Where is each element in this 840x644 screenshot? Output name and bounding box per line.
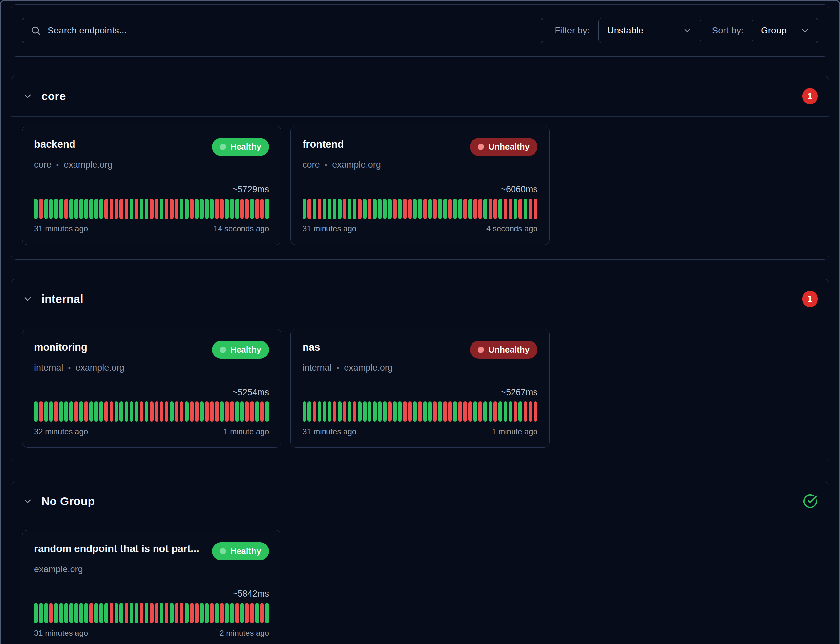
history-bar-up[interactable]	[474, 401, 477, 422]
history-bar-down[interactable]	[403, 401, 407, 422]
history-bar-down[interactable]	[175, 401, 179, 422]
endpoint-card[interactable]: nas Unhealthy internal • example.org ~52…	[290, 329, 550, 448]
history-bar-up[interactable]	[200, 603, 203, 623]
history-bar-up[interactable]	[225, 199, 229, 219]
history-bar-up[interactable]	[130, 603, 133, 623]
history-bar-down[interactable]	[260, 401, 264, 422]
history-bar-up[interactable]	[145, 603, 148, 623]
endpoint-card[interactable]: monitoring Healthy internal • example.or…	[22, 329, 281, 448]
history-bar-down[interactable]	[195, 401, 199, 422]
history-bar-down[interactable]	[165, 199, 168, 219]
history-bar-up[interactable]	[185, 603, 188, 623]
history-bar-down[interactable]	[358, 199, 361, 219]
history-bar-down[interactable]	[528, 199, 532, 219]
endpoint-card[interactable]: frontend Unhealthy core • example.org ~6…	[290, 126, 550, 245]
history-bar-down[interactable]	[165, 603, 168, 623]
history-bar-down[interactable]	[120, 199, 123, 219]
history-bar-up[interactable]	[250, 199, 254, 219]
history-bar-up[interactable]	[59, 401, 63, 422]
history-bar-up[interactable]	[353, 199, 356, 219]
history-bar-up[interactable]	[302, 401, 306, 422]
history-bar-up[interactable]	[499, 199, 502, 219]
history-bar-down[interactable]	[423, 199, 427, 219]
group-header[interactable]: No Group	[11, 482, 829, 521]
history-bar-up[interactable]	[378, 401, 382, 422]
history-bar-up[interactable]	[509, 401, 512, 422]
history-bar-down[interactable]	[343, 199, 346, 219]
history-bar-down[interactable]	[235, 603, 239, 623]
history-bar-up[interactable]	[499, 401, 502, 422]
history-bar-up[interactable]	[453, 401, 457, 422]
history-bar-up[interactable]	[39, 603, 43, 623]
history-bar-up[interactable]	[180, 199, 184, 219]
history-bar-down[interactable]	[110, 199, 113, 219]
history-bar-up[interactable]	[388, 199, 392, 219]
history-bar-up[interactable]	[428, 199, 432, 219]
history-bar-down[interactable]	[518, 199, 522, 219]
history-bar-down[interactable]	[245, 603, 249, 623]
history-bar-up[interactable]	[79, 603, 83, 623]
history-bar-down[interactable]	[524, 401, 527, 422]
search-input[interactable]	[48, 25, 535, 36]
history-bar-up[interactable]	[170, 401, 173, 422]
history-bar-down[interactable]	[155, 603, 159, 623]
history-bar-down[interactable]	[494, 199, 497, 219]
history-bar-up[interactable]	[338, 199, 341, 219]
history-bar-down[interactable]	[190, 199, 194, 219]
history-bar-down[interactable]	[260, 603, 264, 623]
history-bar-up[interactable]	[59, 603, 63, 623]
history-bar-down[interactable]	[190, 401, 194, 422]
history-bar-down[interactable]	[230, 401, 234, 422]
history-bar-up[interactable]	[393, 401, 397, 422]
history-bar-up[interactable]	[240, 603, 244, 623]
history-bar-up[interactable]	[125, 401, 128, 422]
history-bar-down[interactable]	[333, 401, 336, 422]
history-bar-up[interactable]	[240, 401, 244, 422]
history-bar-down[interactable]	[125, 199, 128, 219]
history-bar-up[interactable]	[255, 603, 259, 623]
history-bar-down[interactable]	[478, 199, 482, 219]
history-bar-up[interactable]	[64, 401, 68, 422]
history-bar-down[interactable]	[39, 199, 43, 219]
history-bar-up[interactable]	[49, 401, 53, 422]
history-bar-up[interactable]	[438, 199, 442, 219]
history-bar-down[interactable]	[245, 401, 249, 422]
history-bar-up[interactable]	[99, 199, 103, 219]
history-bar-down[interactable]	[135, 199, 138, 219]
history-bar-up[interactable]	[79, 401, 83, 422]
history-bar-down[interactable]	[509, 199, 512, 219]
history-bar-up[interactable]	[210, 199, 213, 219]
history-bar-up[interactable]	[104, 603, 108, 623]
history-bar-down[interactable]	[504, 199, 507, 219]
history-bar-up[interactable]	[235, 401, 239, 422]
history-bar-down[interactable]	[110, 401, 113, 422]
history-bar-up[interactable]	[84, 199, 88, 219]
history-bar-up[interactable]	[383, 199, 387, 219]
history-bar-up[interactable]	[84, 603, 88, 623]
history-bar-up[interactable]	[458, 199, 462, 219]
history-bar-down[interactable]	[155, 401, 159, 422]
history-bar-down[interactable]	[478, 401, 482, 422]
history-bar-down[interactable]	[220, 199, 224, 219]
history-bar-up[interactable]	[34, 199, 38, 219]
history-bar-up[interactable]	[44, 401, 48, 422]
history-bar-up[interactable]	[115, 603, 118, 623]
history-bar-up[interactable]	[413, 401, 417, 422]
history-bar-down[interactable]	[255, 199, 259, 219]
history-bar-down[interactable]	[528, 401, 532, 422]
history-bar-up[interactable]	[79, 199, 83, 219]
history-bar-up[interactable]	[398, 199, 402, 219]
history-bar-up[interactable]	[135, 401, 138, 422]
history-bar-up[interactable]	[34, 401, 38, 422]
history-bar-up[interactable]	[323, 199, 326, 219]
history-bar-up[interactable]	[135, 603, 138, 623]
history-bar-down[interactable]	[149, 199, 153, 219]
history-bar-up[interactable]	[524, 199, 527, 219]
history-bar-down[interactable]	[474, 199, 477, 219]
history-bar-up[interactable]	[358, 401, 361, 422]
history-bar-down[interactable]	[533, 199, 537, 219]
history-bar-up[interactable]	[255, 401, 259, 422]
history-bar-down[interactable]	[195, 603, 199, 623]
history-bar-up[interactable]	[514, 199, 517, 219]
history-bar-down[interactable]	[433, 401, 437, 422]
